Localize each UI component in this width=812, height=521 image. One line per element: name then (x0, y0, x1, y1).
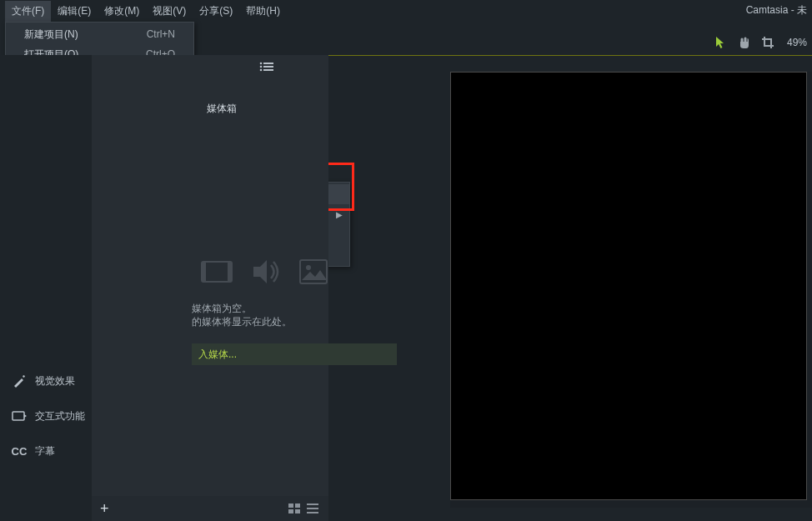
interact-icon (12, 408, 27, 423)
sidebar-item-visual-effects[interactable]: 视觉效果 (0, 363, 92, 398)
image-icon (297, 255, 330, 288)
svg-rect-7 (202, 262, 232, 282)
svg-point-3 (260, 66, 263, 68)
window-title: Camtasia - 未 (746, 3, 807, 18)
menubar-item[interactable]: 编辑(E) (51, 1, 98, 22)
menubar-item[interactable]: 修改(M) (98, 1, 146, 22)
wand-icon (12, 373, 27, 388)
menu-item-label: 新建项目(N) (24, 28, 78, 42)
audio-icon (248, 255, 282, 288)
svg-rect-2 (263, 63, 273, 64)
svg-point-11 (306, 265, 311, 270)
menubar-item[interactable]: 视图(V) (146, 1, 193, 22)
svg-rect-8 (202, 262, 206, 282)
sidebar-label: 视觉效果 (35, 374, 75, 388)
panel-footer: + (92, 496, 328, 521)
svg-point-1 (260, 63, 263, 65)
zoom-level[interactable]: 49% (784, 37, 807, 48)
menu-item[interactable]: 新建项目(N)Ctrl+N (6, 24, 193, 44)
svg-rect-0 (13, 412, 24, 420)
preview-canvas[interactable] (450, 72, 807, 500)
svg-rect-6 (263, 69, 273, 71)
svg-rect-12 (288, 503, 293, 508)
media-empty-text-2: 的媒体将显示在此处。 (192, 315, 292, 329)
preview-area (450, 72, 812, 508)
media-panel: 媒体箱 媒体箱为空。 的媒体将显示在此处。 入媒体... + (92, 55, 328, 521)
video-icon (200, 255, 233, 288)
import-btn-label: 入媒体... (198, 348, 237, 362)
crop-icon[interactable] (760, 35, 775, 50)
svg-rect-13 (295, 503, 300, 508)
svg-point-5 (260, 69, 263, 72)
list-view-tab-icon[interactable] (217, 55, 317, 78)
submenu-arrow-icon: ▶ (336, 210, 343, 219)
add-media-button[interactable]: + (100, 500, 109, 518)
grid-view-icon[interactable] (287, 502, 302, 515)
cc-icon: CC (12, 443, 27, 458)
menu-shortcut: Ctrl+N (147, 28, 175, 40)
menubar: 文件(F)编辑(E)修改(M)视图(V)分享(S)帮助(H) (0, 0, 812, 22)
import-media-button[interactable]: 入媒体... (192, 343, 397, 365)
list-view-icon[interactable] (305, 502, 320, 515)
sidebar-label: 字幕 (35, 444, 55, 458)
preview-toolbar: 49% (714, 30, 812, 55)
menubar-item[interactable]: 文件(F) (5, 1, 51, 22)
svg-rect-15 (295, 509, 300, 513)
sidebar: 视觉效果 交互式功能 CC 字幕 (0, 55, 92, 521)
menubar-item[interactable]: 分享(S) (193, 1, 239, 22)
panel-title: 媒体箱 (192, 93, 252, 124)
svg-rect-18 (307, 512, 318, 513)
cursor-icon[interactable] (714, 35, 729, 50)
svg-rect-16 (307, 503, 318, 505)
media-type-icons (200, 255, 330, 288)
menubar-item[interactable]: 帮助(H) (239, 1, 287, 22)
media-empty-text-1: 媒体箱为空。 (192, 302, 252, 316)
hand-icon[interactable] (737, 35, 752, 50)
svg-rect-9 (228, 262, 232, 282)
svg-rect-4 (263, 66, 273, 68)
sidebar-label: 交互式功能 (35, 409, 85, 423)
svg-rect-14 (288, 509, 293, 513)
sidebar-item-interactivity[interactable]: 交互式功能 (0, 398, 92, 433)
svg-rect-17 (307, 508, 318, 509)
sidebar-item-captions[interactable]: CC 字幕 (0, 433, 92, 468)
